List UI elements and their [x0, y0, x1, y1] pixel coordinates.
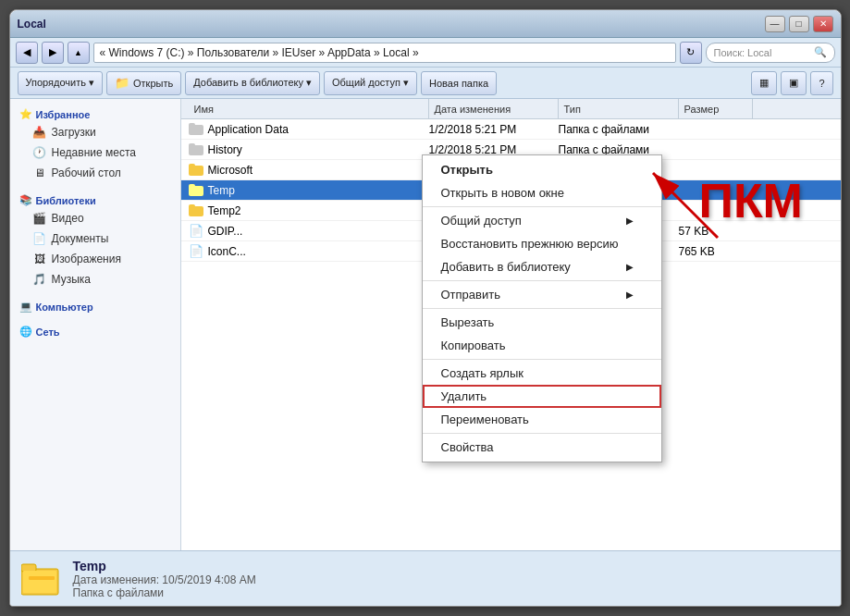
favorites-label: Избранное — [36, 109, 91, 120]
search-placeholder: Поиск: Local — [714, 47, 772, 58]
ctx-copy[interactable]: Копировать — [423, 334, 661, 357]
music-icon: 🎵 — [32, 272, 47, 287]
table-row[interactable]: Application Data 1/2/2018 5:21 PM Папка … — [181, 119, 841, 140]
computer-icon: 💻 — [19, 301, 32, 313]
help-button[interactable]: ? — [810, 71, 832, 95]
ctx-cut-label: Вырезать — [441, 315, 495, 329]
file-name-cell: Application Data — [189, 123, 429, 136]
ctx-delete[interactable]: Удалить — [423, 385, 661, 408]
file-name: Temp2 — [208, 204, 241, 217]
folder-icon — [189, 204, 203, 216]
ctx-open-new-window[interactable]: Открыть в новом окне — [423, 181, 661, 204]
col-modified[interactable]: Дата изменения — [429, 99, 559, 118]
open-button[interactable]: 📁 Открыть — [106, 71, 181, 95]
desktop-icon: 🖥 — [32, 166, 47, 180]
titlebar-buttons: — □ ✕ — [765, 16, 833, 32]
ctx-arrow-icon: ▶ — [626, 262, 634, 272]
docs-label: Документы — [52, 232, 109, 245]
file-size-cell: 57 KB — [679, 225, 753, 238]
search-icon: 🔍 — [814, 46, 827, 58]
up-button[interactable]: ▲ — [68, 42, 90, 64]
pane-button[interactable]: ▣ — [781, 71, 807, 95]
svg-rect-5 — [29, 576, 55, 580]
downloads-icon: 📥 — [32, 125, 47, 140]
file-name-cell: 📄 GDIP... — [189, 224, 429, 238]
address-path[interactable]: « Windows 7 (C:) » Пользователи » IEUser… — [93, 43, 676, 63]
sidebar-item-desktop[interactable]: 🖥 Рабочий стол — [10, 163, 180, 183]
ctx-restore[interactable]: Восстановить прежнюю версию — [423, 232, 661, 255]
organize-button[interactable]: Упорядочить ▾ — [18, 71, 104, 95]
svg-rect-4 — [23, 571, 56, 593]
video-icon: 🎬 — [32, 211, 47, 226]
sidebar-item-recent[interactable]: 🕐 Недавние места — [10, 142, 180, 163]
ctx-properties-label: Свойства — [441, 440, 494, 454]
ctx-properties[interactable]: Свойства — [423, 436, 661, 459]
network-label: Сеть — [36, 326, 60, 338]
file-name-cell: History — [189, 143, 429, 156]
svg-rect-3 — [21, 564, 36, 572]
ctx-share-label: Общий доступ — [441, 214, 522, 228]
status-name: Temp — [73, 559, 256, 573]
col-name[interactable]: Имя — [189, 99, 429, 118]
titlebar: Local — □ ✕ — [10, 10, 841, 38]
col-type[interactable]: Тип — [559, 99, 679, 118]
network-icon: 🌐 — [19, 326, 32, 338]
refresh-button[interactable]: ↻ — [680, 42, 702, 64]
file-name: History — [208, 143, 242, 156]
new-folder-button[interactable]: Новая папка — [421, 71, 497, 95]
file-icon: 📄 — [189, 244, 203, 258]
ctx-send-label: Отправить — [441, 288, 500, 302]
sidebar-item-downloads[interactable]: 📥 Загрузки — [10, 122, 180, 142]
ctx-send[interactable]: Отправить ▶ — [423, 283, 661, 306]
libraries-label: Библиотеки — [36, 195, 96, 206]
ctx-sep-3 — [423, 308, 661, 309]
ctx-open-label: Открыть — [441, 163, 493, 177]
sidebar-item-docs[interactable]: 📄 Документы — [10, 228, 180, 249]
file-name: Microsoft — [208, 164, 253, 177]
main-content: ⭐ Избранное 📥 Загрузки 🕐 Недавние места … — [10, 99, 841, 550]
toolbar-right: ▦ ▣ ? — [751, 71, 832, 95]
images-label: Изображения — [52, 253, 121, 265]
ctx-share[interactable]: Общий доступ ▶ — [423, 209, 661, 232]
desktop-label: Рабочий стол — [52, 166, 121, 179]
col-size[interactable]: Размер — [679, 99, 753, 118]
file-name-cell: Microsoft — [189, 164, 429, 177]
status-info: Temp Дата изменения: 10/5/2019 4:08 AM П… — [73, 559, 256, 599]
ctx-delete-label: Удалить — [441, 389, 487, 403]
file-name: Temp — [208, 184, 235, 197]
open-label: Открыть — [133, 78, 173, 89]
ctx-rename[interactable]: Переименовать — [423, 408, 661, 431]
file-name-cell: Temp — [189, 184, 429, 197]
maximize-button[interactable]: □ — [789, 16, 809, 32]
addressbar: ◀ ▶ ▲ « Windows 7 (C:) » Пользователи » … — [10, 38, 841, 68]
folder-small-icon: 📁 — [115, 76, 129, 90]
ctx-add-library-label: Добавить в библиотеку — [441, 260, 571, 274]
file-area: Имя Дата изменения Тип Размер Applicatio… — [181, 99, 841, 550]
ctx-open[interactable]: Открыть — [423, 158, 661, 181]
file-type-cell: Папка с файлами — [559, 123, 679, 136]
close-button[interactable]: ✕ — [813, 16, 833, 32]
ctx-restore-label: Восстановить прежнюю версию — [441, 237, 619, 251]
explorer-window: Local — □ ✕ ◀ ▶ ▲ « Windows 7 (C:) » Пол… — [9, 9, 842, 607]
status-type: Папка с файлами — [73, 586, 256, 599]
libraries-section: 📚 Библиотеки — [10, 191, 180, 208]
toolbar: Упорядочить ▾ 📁 Открыть Добавить в библи… — [10, 68, 841, 99]
search-box[interactable]: Поиск: Local 🔍 — [706, 43, 835, 63]
back-button[interactable]: ◀ — [16, 42, 38, 64]
forward-button[interactable]: ▶ — [42, 42, 64, 64]
ctx-sep-1 — [423, 206, 661, 207]
ctx-create-shortcut[interactable]: Создать ярлык — [423, 362, 661, 385]
sidebar-item-images[interactable]: 🖼 Изображения — [10, 249, 180, 269]
file-modified-cell: 1/2/2018 5:21 PM — [429, 123, 559, 136]
sidebar-item-video[interactable]: 🎬 Видео — [10, 208, 180, 228]
ctx-rename-label: Переименовать — [441, 413, 529, 426]
folder-icon — [189, 123, 203, 135]
ctx-cut[interactable]: Вырезать — [423, 311, 661, 334]
file-list-header: Имя Дата изменения Тип Размер — [181, 99, 841, 119]
sidebar-item-music[interactable]: 🎵 Музыка — [10, 269, 180, 290]
view-button[interactable]: ▦ — [751, 71, 777, 95]
share-button[interactable]: Общий доступ ▾ — [324, 71, 417, 95]
add-library-button[interactable]: Добавить в библиотеку ▾ — [185, 71, 320, 95]
minimize-button[interactable]: — — [765, 16, 785, 32]
ctx-add-library[interactable]: Добавить в библиотеку ▶ — [423, 255, 661, 278]
